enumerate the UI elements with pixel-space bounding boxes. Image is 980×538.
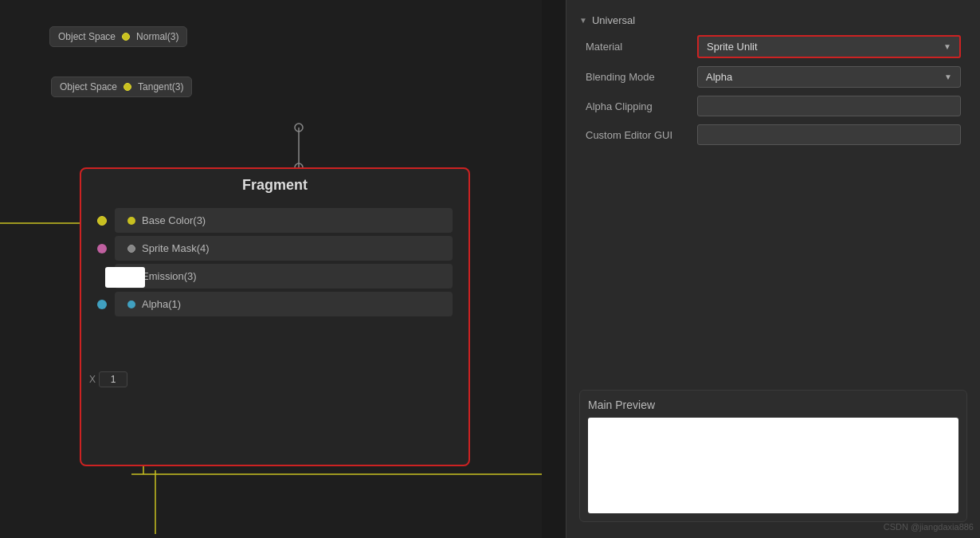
material-dropdown-value: Sprite Unlit — [707, 41, 758, 53]
object-space-label-1: Object Space — [58, 31, 116, 42]
sprite-mask-box: Sprite Mask(4) — [115, 236, 453, 261]
port-dot-normal — [122, 33, 130, 41]
alpha-inner-dot — [127, 300, 135, 308]
collapse-triangle-icon: ▼ — [579, 16, 587, 25]
base-color-box: Base Color(3) — [115, 208, 453, 233]
tangent-port-label: Tangent(3) — [138, 81, 183, 92]
alpha-clipping-label: Alpha Clipping — [586, 100, 689, 112]
main-preview-section: Main Preview — [579, 390, 967, 522]
port-dot-tangent — [123, 83, 131, 91]
sprite-mask-inner-dot — [127, 245, 135, 253]
fragment-node: Fragment Base Color(3) Sprite Mask(4) Em… — [80, 167, 470, 466]
node-graph: Object Space Normal(3) Object Space Tang… — [0, 0, 542, 538]
normal-port-label: Normal(3) — [136, 31, 178, 42]
object-space-node-1[interactable]: Object Space Normal(3) — [49, 26, 187, 47]
blending-mode-label: Blending Mode — [586, 71, 689, 83]
sprite-mask-row[interactable]: Sprite Mask(4) — [81, 236, 468, 261]
object-space-label-2: Object Space — [60, 81, 117, 92]
blending-mode-arrow-icon: ▼ — [944, 73, 952, 81]
alpha-label: Alpha(1) — [142, 298, 181, 310]
object-space-node-2[interactable]: Object Space Tangent(3) — [51, 77, 192, 97]
material-label: Material — [586, 41, 689, 53]
custom-editor-gui-label: Custom Editor GUI — [586, 129, 689, 141]
custom-editor-gui-row: Custom Editor GUI — [579, 120, 967, 149]
base-color-inner-dot — [127, 217, 135, 225]
custom-editor-gui-value — [697, 124, 961, 145]
material-value: Sprite Unlit ▼ — [697, 35, 961, 58]
alpha-dot — [97, 300, 107, 309]
x1-input-container: X 1 — [89, 371, 127, 387]
white-color-swatch[interactable] — [105, 267, 145, 288]
alpha-box: Alpha(1) — [115, 292, 453, 316]
universal-label: Universal — [592, 14, 635, 26]
blending-mode-row: Blending Mode Alpha ▼ — [579, 62, 967, 92]
x1-value[interactable]: 1 — [99, 371, 127, 387]
base-color-label: Base Color(3) — [142, 214, 206, 226]
blending-mode-dropdown-value: Alpha — [706, 71, 732, 83]
alpha-clipping-value — [697, 96, 961, 116]
universal-section: ▼ Universal Material Sprite Unlit ▼ Blen… — [566, 0, 980, 159]
svg-point-1 — [295, 124, 303, 132]
blending-mode-value: Alpha ▼ — [697, 66, 961, 88]
fragment-title: Fragment — [81, 169, 468, 202]
main-preview-title: Main Preview — [588, 399, 958, 411]
material-row: Material Sprite Unlit ▼ — [579, 31, 967, 62]
alpha-row[interactable]: Alpha(1) — [81, 292, 468, 316]
emission-box: Emission(3) — [115, 264, 453, 289]
attribution: CSDN @jiangdaxia886 — [884, 522, 974, 532]
preview-box — [588, 418, 958, 513]
base-color-dot — [97, 216, 107, 226]
right-panel: ▼ Universal Material Sprite Unlit ▼ Blen… — [566, 0, 980, 538]
blending-mode-dropdown[interactable]: Alpha ▼ — [697, 66, 961, 88]
sprite-mask-label: Sprite Mask(4) — [142, 242, 210, 254]
material-dropdown[interactable]: Sprite Unlit ▼ — [697, 35, 961, 58]
material-dropdown-arrow-icon: ▼ — [943, 42, 951, 51]
alpha-clipping-field[interactable] — [697, 96, 961, 116]
sprite-mask-dot — [97, 244, 107, 253]
emission-label: Emission(3) — [142, 270, 197, 282]
alpha-clipping-row: Alpha Clipping — [579, 92, 967, 120]
custom-editor-gui-field[interactable] — [697, 124, 961, 145]
universal-header[interactable]: ▼ Universal — [579, 10, 967, 31]
base-color-row[interactable]: Base Color(3) — [81, 208, 468, 233]
x-label: X — [89, 374, 96, 385]
